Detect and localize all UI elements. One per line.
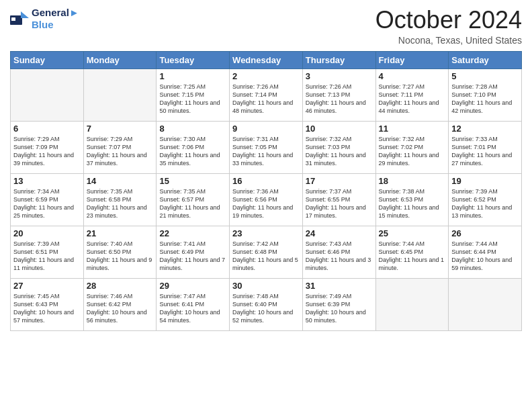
calendar-cell-w5-d7 — [449, 278, 522, 330]
day-number: 29 — [159, 281, 226, 291]
calendar-cell-w1-d6: 4Sunrise: 7:27 AMSunset: 7:11 PMDaylight… — [375, 68, 449, 121]
day-number: 16 — [232, 176, 300, 186]
cell-content-line: Sunset: 6:51 PM — [13, 248, 81, 256]
cell-content-line: Sunset: 7:05 PM — [232, 143, 300, 151]
cell-content-line: Sunrise: 7:26 AM — [306, 83, 373, 91]
cell-content-line: Sunset: 7:11 PM — [379, 91, 446, 99]
cell-content-line: Daylight: 11 hours and 9 minutes. — [87, 256, 154, 272]
header: General► Blue October 2024 Nocona, Texas… — [10, 7, 522, 46]
cell-content-line: Daylight: 11 hours and 5 minutes. — [232, 256, 300, 272]
calendar-header-row: Sunday Monday Tuesday Wednesday Thursday… — [11, 51, 522, 68]
day-number: 7 — [87, 124, 154, 134]
cell-content-line: Daylight: 11 hours and 35 minutes. — [159, 151, 226, 167]
cell-content-line: Sunset: 6:55 PM — [306, 195, 373, 203]
cell-content-line: Sunrise: 7:47 AM — [159, 292, 226, 300]
svg-rect-2 — [11, 17, 15, 21]
day-number: 6 — [13, 124, 81, 134]
calendar-cell-w1-d7: 5Sunrise: 7:28 AMSunset: 7:10 PMDaylight… — [449, 68, 522, 121]
day-number: 19 — [451, 176, 519, 186]
cell-content-line: Daylight: 10 hours and 59 minutes. — [451, 256, 519, 272]
cell-content-line: Daylight: 11 hours and 7 minutes. — [159, 256, 226, 272]
cell-content-line: Sunrise: 7:49 AM — [306, 292, 373, 300]
day-number: 25 — [379, 228, 446, 238]
cell-content-line: Daylight: 11 hours and 3 minutes. — [306, 256, 373, 272]
day-number: 28 — [87, 281, 154, 291]
calendar-cell-w5-d2: 28Sunrise: 7:46 AMSunset: 6:42 PMDayligh… — [83, 278, 157, 330]
calendar-cell-w4-d6: 25Sunrise: 7:44 AMSunset: 6:45 PMDayligh… — [375, 226, 449, 278]
calendar-week-1: 1Sunrise: 7:25 AMSunset: 7:15 PMDaylight… — [11, 68, 522, 121]
cell-content-line: Sunrise: 7:43 AM — [306, 240, 373, 248]
cell-content-line: Sunset: 7:06 PM — [159, 143, 226, 151]
cell-content-line: Sunset: 6:46 PM — [306, 248, 373, 256]
cell-content-line: Daylight: 11 hours and 27 minutes. — [451, 151, 519, 167]
day-number: 3 — [306, 71, 373, 81]
cell-content-line: Sunrise: 7:26 AM — [232, 83, 300, 91]
cell-content-line: Sunrise: 7:25 AM — [159, 83, 226, 91]
cell-content-line: Sunrise: 7:44 AM — [451, 240, 519, 248]
cell-content-line: Daylight: 11 hours and 23 minutes. — [87, 203, 154, 220]
cell-content-line: Sunset: 6:50 PM — [87, 248, 154, 256]
cell-content-line: Sunset: 7:09 PM — [13, 143, 81, 151]
calendar-cell-w3-d4: 16Sunrise: 7:36 AMSunset: 6:56 PMDayligh… — [230, 173, 303, 226]
cell-content-line: Daylight: 11 hours and 44 minutes. — [379, 99, 446, 115]
page: General► Blue October 2024 Nocona, Texas… — [0, 0, 532, 411]
calendar-cell-w2-d3: 8Sunrise: 7:30 AMSunset: 7:06 PMDaylight… — [157, 121, 230, 173]
cell-content-line: Daylight: 11 hours and 42 minutes. — [451, 99, 519, 115]
calendar-cell-w2-d7: 12Sunrise: 7:33 AMSunset: 7:01 PMDayligh… — [449, 121, 522, 173]
calendar-cell-w1-d3: 1Sunrise: 7:25 AMSunset: 7:15 PMDaylight… — [157, 68, 230, 121]
calendar-cell-w4-d3: 22Sunrise: 7:41 AMSunset: 6:49 PMDayligh… — [157, 226, 230, 278]
cell-content-line: Sunrise: 7:37 AM — [306, 187, 373, 195]
cell-content-line: Sunrise: 7:28 AM — [451, 83, 519, 91]
cell-content-line: Sunset: 6:49 PM — [159, 248, 226, 256]
cell-content-line: Sunset: 6:43 PM — [13, 300, 81, 308]
calendar-table: Sunday Monday Tuesday Wednesday Thursday… — [10, 51, 522, 331]
col-wednesday: Wednesday — [230, 51, 303, 68]
day-number: 30 — [232, 281, 300, 291]
day-number: 21 — [87, 228, 154, 238]
calendar-cell-w1-d4: 2Sunrise: 7:26 AMSunset: 7:14 PMDaylight… — [230, 68, 303, 121]
calendar-body: 1Sunrise: 7:25 AMSunset: 7:15 PMDaylight… — [11, 68, 522, 330]
calendar-week-4: 20Sunrise: 7:39 AMSunset: 6:51 PMDayligh… — [11, 226, 522, 278]
day-number: 9 — [232, 124, 300, 134]
day-number: 22 — [159, 228, 226, 238]
calendar-cell-w3-d1: 13Sunrise: 7:34 AMSunset: 6:59 PMDayligh… — [11, 173, 84, 226]
cell-content-line: Sunset: 7:01 PM — [451, 143, 519, 151]
calendar-week-2: 6Sunrise: 7:29 AMSunset: 7:09 PMDaylight… — [11, 121, 522, 173]
col-monday: Monday — [83, 51, 157, 68]
cell-content-line: Sunrise: 7:32 AM — [306, 135, 373, 143]
cell-content-line: Sunrise: 7:29 AM — [87, 135, 154, 143]
cell-content-line: Daylight: 11 hours and 11 minutes. — [13, 256, 81, 272]
cell-content-line: Sunset: 6:48 PM — [232, 248, 300, 256]
cell-content-line: Sunrise: 7:30 AM — [159, 135, 226, 143]
cell-content-line: Sunrise: 7:40 AM — [87, 240, 154, 248]
calendar-cell-w3-d5: 17Sunrise: 7:37 AMSunset: 6:55 PMDayligh… — [302, 173, 375, 226]
cell-content-line: Sunset: 6:53 PM — [379, 195, 446, 203]
day-number: 2 — [232, 71, 300, 81]
cell-content-line: Daylight: 11 hours and 25 minutes. — [13, 203, 81, 220]
cell-content-line: Sunset: 6:59 PM — [13, 195, 81, 203]
col-sunday: Sunday — [11, 51, 84, 68]
cell-content-line: Sunrise: 7:29 AM — [13, 135, 81, 143]
cell-content-line: Sunrise: 7:38 AM — [379, 187, 446, 195]
cell-content-line: Daylight: 11 hours and 15 minutes. — [379, 203, 446, 220]
cell-content-line: Daylight: 10 hours and 54 minutes. — [159, 308, 226, 324]
cell-content-line: Daylight: 11 hours and 21 minutes. — [159, 203, 226, 220]
calendar-cell-w4-d2: 21Sunrise: 7:40 AMSunset: 6:50 PMDayligh… — [83, 226, 157, 278]
cell-content-line: Sunrise: 7:35 AM — [87, 187, 154, 195]
title-area: October 2024 Nocona, Texas, United State… — [375, 7, 522, 46]
day-number: 11 — [379, 124, 446, 134]
cell-content-line: Daylight: 11 hours and 13 minutes. — [451, 203, 519, 220]
cell-content-line: Daylight: 11 hours and 39 minutes. — [13, 151, 81, 167]
calendar-cell-w5-d5: 31Sunrise: 7:49 AMSunset: 6:39 PMDayligh… — [302, 278, 375, 330]
subtitle: Nocona, Texas, United States — [375, 35, 522, 46]
logo-icon — [10, 11, 29, 26]
calendar-cell-w5-d6 — [375, 278, 449, 330]
calendar-cell-w4-d5: 24Sunrise: 7:43 AMSunset: 6:46 PMDayligh… — [302, 226, 375, 278]
cell-content-line: Sunrise: 7:33 AM — [451, 135, 519, 143]
cell-content-line: Sunset: 6:41 PM — [159, 300, 226, 308]
day-number: 17 — [306, 176, 373, 186]
day-number: 8 — [159, 124, 226, 134]
calendar-cell-w3-d6: 18Sunrise: 7:38 AMSunset: 6:53 PMDayligh… — [375, 173, 449, 226]
day-number: 13 — [13, 176, 81, 186]
day-number: 14 — [87, 176, 154, 186]
